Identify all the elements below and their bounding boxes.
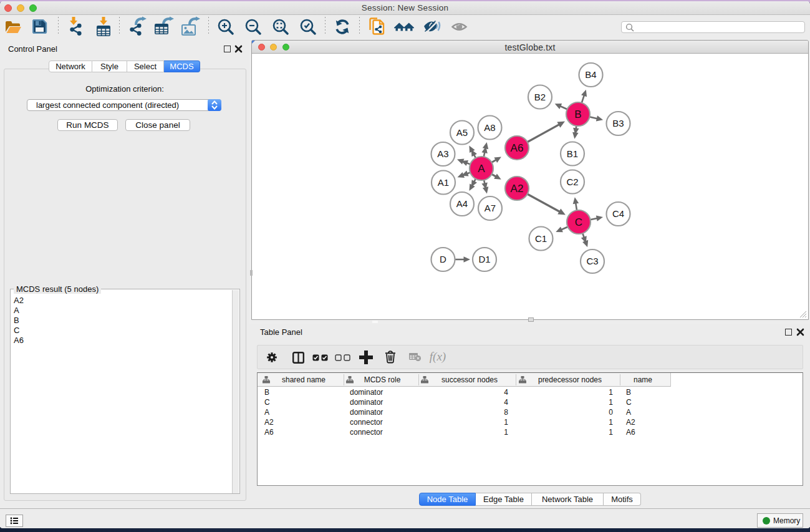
svg-text:B1: B1	[567, 148, 578, 159]
svg-text:D1: D1	[478, 254, 490, 264]
svg-text:A7: A7	[485, 203, 496, 213]
svg-text:C4: C4	[612, 208, 624, 219]
svg-text:A1: A1	[438, 177, 449, 188]
svg-text:B3: B3	[612, 118, 624, 128]
svg-text:C1: C1	[535, 233, 547, 244]
svg-text:B2: B2	[534, 92, 546, 102]
svg-text:A4: A4	[456, 198, 468, 209]
svg-text:C: C	[575, 216, 582, 228]
svg-text:A5: A5	[456, 127, 468, 138]
svg-text:A3: A3	[437, 148, 448, 159]
svg-text:A6: A6	[511, 142, 524, 154]
svg-text:B: B	[574, 109, 581, 120]
svg-text:A8: A8	[484, 122, 495, 133]
svg-text:C2: C2	[566, 177, 578, 187]
svg-text:D: D	[440, 254, 446, 264]
svg-text:C3: C3	[586, 256, 598, 266]
svg-text:A: A	[478, 163, 485, 175]
svg-text:A2: A2	[511, 183, 524, 195]
svg-text:B4: B4	[585, 69, 596, 80]
